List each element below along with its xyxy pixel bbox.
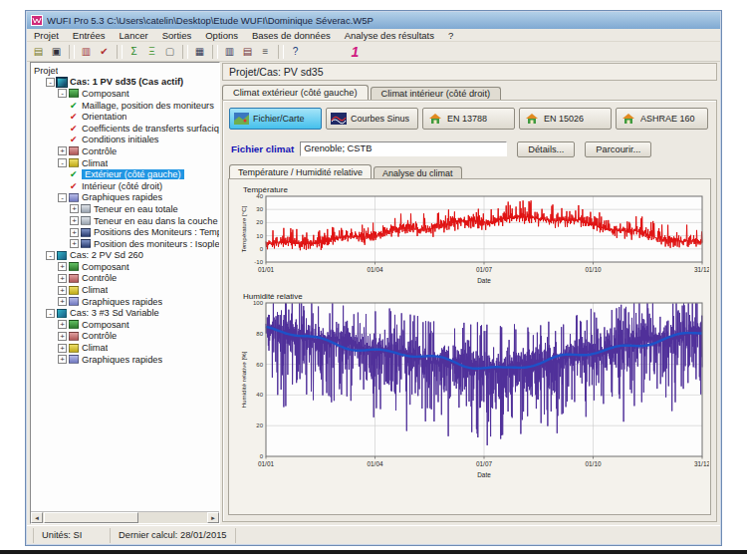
expand-icon[interactable]: +: [58, 146, 67, 155]
help-icon[interactable]: ?: [287, 44, 304, 60]
tree-item-label[interactable]: Orientation: [82, 112, 126, 122]
browse-button[interactable]: Parcourir...: [585, 141, 651, 157]
titlebar[interactable]: WUFI Pro 5.3 C:\Users\catelin\Desktop\Et…: [27, 12, 720, 29]
collapse-icon[interactable]: -: [46, 309, 55, 318]
details-button[interactable]: Détails...: [517, 141, 575, 157]
tree-item-graphiques-rapides[interactable]: -Graphiques rapides: [31, 192, 219, 204]
collapse-icon[interactable]: -: [58, 193, 67, 202]
tree-item-label[interactable]: Cas: 3 #3 Sd Variable: [70, 308, 159, 318]
save-project-icon[interactable]: ▣: [48, 44, 65, 60]
tree-item-label[interactable]: Conditions initiales: [82, 135, 159, 144]
quick-graph-icon[interactable]: ≡: [257, 44, 274, 60]
tree-item-cas-2-pv-sd-260[interactable]: -Cas: 2 PV Sd 260: [31, 250, 219, 262]
stop-icon[interactable]: ▢: [161, 44, 178, 60]
source-button-en-15026[interactable]: EN 15026: [519, 108, 612, 130]
expand-icon[interactable]: +: [70, 204, 79, 213]
expand-icon[interactable]: +: [70, 239, 79, 248]
tree-item-label[interactable]: Projet: [34, 66, 58, 76]
step-one-icon[interactable]: 1: [347, 44, 364, 60]
tree-item-climat[interactable]: +Climat: [31, 342, 219, 354]
tree-item-label[interactable]: Coefficients de transferts surfaciques: [82, 124, 219, 134]
scroll-left-arrow-icon[interactable]: ◄: [31, 512, 43, 523]
menu-item-lancer[interactable]: Lancer: [113, 30, 155, 41]
source-button-ashrae-160[interactable]: ASHRAE 160: [616, 108, 708, 130]
source-button-fichier-carte[interactable]: Fichier/Carte: [229, 108, 322, 130]
tree-item-position-des-moniteurs-isoplet[interactable]: +Position des moniteurs : Isopleth: [31, 238, 219, 250]
tree-item-int-rieur-c-t-droit-[interactable]: ✔Intérieur (côté droit): [31, 180, 219, 192]
tree-item-contr-le[interactable]: +Contrôle: [31, 145, 219, 157]
expand-icon[interactable]: +: [58, 274, 67, 283]
tree-item-cas-1-pv-sd35-cas-actif-[interactable]: -Cas: 1 PV sd35 (Cas actif): [31, 77, 219, 89]
tree-item-composant[interactable]: -Composant: [31, 88, 219, 100]
menu-item-analyse-des-r-sultats[interactable]: Analyse des résultats: [338, 30, 441, 41]
tree-item-label[interactable]: Maillage, position des moniteurs: [82, 101, 214, 111]
tree-item-graphiques-rapides[interactable]: +Graphiques rapides: [31, 296, 219, 308]
source-button-courbes-sinus[interactable]: Courbes Sinus: [326, 108, 418, 130]
climate-file-input[interactable]: Grenoble; CSTB: [300, 141, 507, 156]
tree-item-label[interactable]: Contrôle: [82, 273, 117, 283]
tree-item-teneur-en-eau-totale[interactable]: +Teneur en eau totale: [31, 203, 219, 215]
expand-icon[interactable]: +: [70, 216, 79, 225]
collapse-icon[interactable]: -: [46, 78, 55, 87]
tree-item-label[interactable]: Composant: [82, 89, 129, 99]
tree-item-label[interactable]: Cas: 1 PV sd35 (Cas actif): [70, 77, 183, 87]
run-calculation-icon[interactable]: Σ: [125, 44, 142, 60]
tree-item-label[interactable]: Composant: [82, 320, 129, 330]
source-button-en-13788[interactable]: EN 13788: [422, 108, 515, 130]
menu-item--[interactable]: ?: [441, 30, 460, 41]
report-icon[interactable]: ▤: [239, 44, 256, 60]
tab-temp-rature-humidit-relative[interactable]: Température / Humidité relative: [229, 164, 372, 178]
check-input-icon[interactable]: ✔: [96, 44, 113, 60]
tree-item-composant[interactable]: +Composant: [31, 319, 219, 331]
expand-icon[interactable]: +: [58, 320, 67, 329]
tree-horizontal-scrollbar[interactable]: ◄ ►: [31, 511, 219, 523]
expand-icon[interactable]: +: [58, 332, 67, 341]
tree-item-climat[interactable]: +Climat: [31, 284, 219, 296]
tree-item-label[interactable]: Climat: [82, 343, 108, 353]
tab-analyse-du-climat[interactable]: Analyse du climat: [374, 166, 462, 178]
tab-climat-ext-rieur-c-t-gauche-[interactable]: Climat extérieur (côté gauche): [222, 85, 369, 100]
tree-item-projet[interactable]: Projet: [31, 65, 219, 77]
collapse-icon[interactable]: -: [58, 158, 67, 167]
tree-item-contr-le[interactable]: +Contrôle: [31, 273, 219, 285]
tree-item-coefficients-de-transferts-sur[interactable]: ✔Coefficients de transferts surfaciques: [31, 123, 219, 135]
menu-item-projet[interactable]: Projet: [27, 30, 66, 41]
tree-item-label[interactable]: Extérieur (côté gauche): [82, 169, 184, 179]
collapse-icon[interactable]: -: [58, 89, 67, 98]
batch-run-icon[interactable]: Ξ: [143, 44, 160, 60]
open-project-icon[interactable]: ▤: [30, 44, 47, 60]
scroll-right-arrow-icon[interactable]: ►: [207, 512, 219, 523]
tree-item-label[interactable]: Climat: [82, 158, 108, 168]
tree-item-label[interactable]: Teneur en eau totale: [94, 204, 178, 214]
tree-item-label[interactable]: Position des moniteurs : Isopleth: [94, 239, 219, 249]
tree-item-cas-3-3-sd-variable[interactable]: -Cas: 3 #3 Sd Variable: [31, 307, 219, 319]
menu-item-sorties[interactable]: Sorties: [155, 30, 199, 41]
tree-item-label[interactable]: Positions des Moniteurs : Tempér: [94, 227, 219, 237]
expand-icon[interactable]: +: [58, 344, 67, 353]
results-table-icon[interactable]: ▦: [191, 44, 208, 60]
tree-item-climat[interactable]: -Climat: [31, 157, 219, 169]
tree-item-label[interactable]: Contrôle: [82, 146, 117, 156]
film-animation-icon[interactable]: ▥: [221, 44, 238, 60]
tree-item-label[interactable]: Teneur en eau dans la couche: [94, 216, 218, 226]
tree-item-label[interactable]: Climat: [82, 285, 108, 295]
tree-item-label[interactable]: Intérieur (côté droit): [82, 181, 162, 191]
tree-item-label[interactable]: Contrôle: [82, 331, 117, 341]
component-input-icon[interactable]: ▥: [78, 44, 95, 60]
expand-icon[interactable]: +: [58, 262, 67, 271]
tree-item-orientation[interactable]: ✔Orientation: [31, 111, 219, 123]
scrollbar-thumb[interactable]: [44, 512, 138, 523]
tree-item-label[interactable]: Graphiques rapides: [82, 355, 162, 365]
collapse-icon[interactable]: -: [46, 251, 55, 260]
expand-icon[interactable]: +: [58, 286, 67, 295]
expand-icon[interactable]: +: [70, 228, 79, 237]
tree-item-composant[interactable]: +Composant: [31, 261, 219, 273]
tree-item-contr-le[interactable]: +Contrôle: [31, 331, 219, 343]
expand-icon[interactable]: +: [58, 297, 67, 306]
tree-item-ext-rieur-c-t-gauche-[interactable]: ✔Extérieur (côté gauche): [31, 168, 219, 180]
tree-item-conditions-initiales[interactable]: ✔Conditions initiales: [31, 135, 219, 146]
tree-item-maillage-position-des-moniteur[interactable]: ✔Maillage, position des moniteurs: [31, 100, 219, 112]
tree-item-label[interactable]: Cas: 2 PV Sd 260: [70, 250, 143, 260]
tab-climat-int-rieur-c-t-droit-[interactable]: Climat intérieur (côté droit): [371, 87, 502, 100]
tree-item-label[interactable]: Graphiques rapides: [82, 297, 162, 307]
